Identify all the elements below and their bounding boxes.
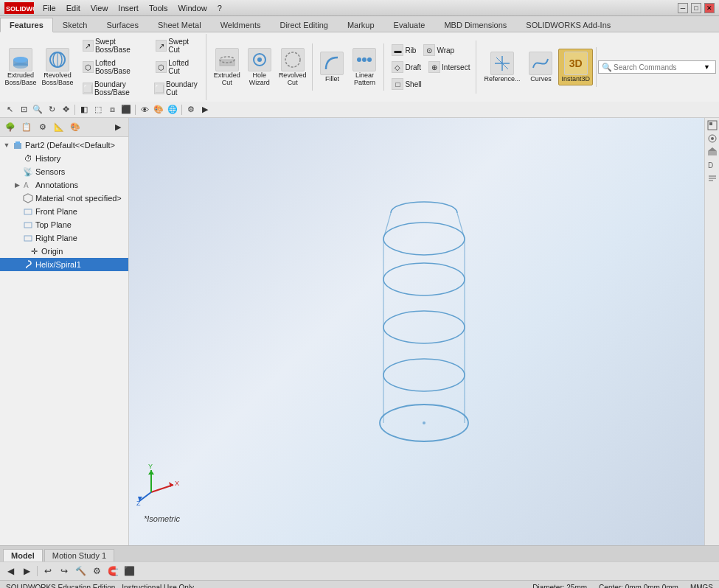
scenes[interactable]: 🌐 [166, 103, 179, 116]
tab-sheet-metal[interactable]: Sheet Metal [148, 17, 211, 32]
svg-line-36 [151, 485, 173, 492]
undo-button[interactable]: ↩ [41, 564, 55, 578]
custom-properties-button[interactable] [706, 172, 718, 184]
menu-help[interactable]: ? [213, 3, 226, 13]
forward-button[interactable]: ▶ [19, 564, 34, 578]
zoom-to-fit[interactable]: ⊡ [17, 103, 30, 116]
annotations-arrow: ▶ [13, 181, 21, 189]
decals-button[interactable]: D [706, 159, 718, 171]
3d-view-button[interactable]: ⬛ [122, 564, 136, 578]
search-dropdown-icon[interactable]: ▼ [704, 63, 710, 71]
hide-show[interactable]: 👁 [138, 103, 151, 116]
boundary-boss-button[interactable]: ⬜ Boundary Boss/Base [80, 78, 150, 99]
search-icon: 🔍 [602, 63, 612, 72]
menu-tools[interactable]: Tools [145, 3, 173, 13]
lofted-cut-button[interactable]: ⬡ Lofted Cut [153, 57, 202, 77]
curves-button[interactable]: Curves [524, 49, 557, 86]
svg-rect-46 [709, 122, 712, 125]
menu-file[interactable]: File [38, 3, 60, 13]
tree-item-helix[interactable]: ▶ Helix/Spiral1 [0, 258, 128, 271]
scene-button[interactable] [706, 146, 718, 158]
draft-button[interactable]: ◇Draft [389, 59, 424, 75]
search-input[interactable] [614, 63, 702, 71]
menu-edit[interactable]: Edit [62, 3, 85, 13]
menu-insert[interactable]: Insert [114, 3, 143, 13]
view-label: *Isometric [144, 514, 180, 523]
menu-window[interactable]: Window [174, 3, 212, 13]
snap-button[interactable]: 🧲 [105, 564, 120, 578]
viewport[interactable]: X Y Z *Isometric [129, 118, 719, 545]
tab-evaluate[interactable]: Evaluate [384, 17, 435, 32]
shell-button[interactable]: □Shell [389, 76, 424, 92]
rotate-view[interactable]: ↻ [45, 103, 58, 116]
3d-drawing-view[interactable]: ⬛ [119, 103, 133, 116]
redo-button[interactable]: ↪ [57, 564, 72, 578]
zoom-in[interactable]: 🔍 [31, 103, 44, 116]
tree-item-material[interactable]: ▶ Material <not specified> [0, 192, 128, 205]
close-button[interactable]: ✕ [704, 3, 715, 13]
svg-point-3 [13, 57, 28, 63]
rib-button[interactable]: ▬Rib [389, 42, 419, 58]
tree-sensors-label: Sensors [35, 167, 65, 176]
instant3d-button[interactable]: 3D Instant3D [558, 49, 593, 86]
tree-part-root[interactable]: ▼ Part2 (Default<<Default> [0, 139, 128, 152]
extruded-boss-button[interactable]: ExtrudedBoss/Base [3, 45, 38, 90]
hole-wizard-button[interactable]: HoleWizard [245, 45, 274, 90]
tab-model[interactable]: Model [3, 549, 43, 561]
display-manager-tab[interactable]: 🎨 [68, 120, 83, 135]
swept-cut-button[interactable]: ↗ Swept Cut [153, 35, 202, 56]
extruded-cut-button[interactable]: ExtrudedCut [211, 45, 243, 90]
intersect-button[interactable]: ⊕Intersect [426, 59, 473, 75]
pan-view[interactable]: ✥ [59, 103, 72, 116]
more-tools[interactable]: ▶ [198, 103, 212, 116]
display-style[interactable]: ◧ [77, 103, 91, 116]
tree-item-top-plane[interactable]: ▶ Top Plane [0, 218, 128, 231]
rebuild-button[interactable]: 🔨 [73, 564, 88, 578]
tab-addins[interactable]: SOLIDWORKS Add-Ins [516, 17, 620, 32]
tree-item-annotations[interactable]: ▶ A Annotations [0, 178, 128, 192]
tab-motion-study-1[interactable]: Motion Study 1 [44, 549, 114, 561]
view-palette-button[interactable] [706, 119, 718, 131]
select-tool[interactable]: ↖ [3, 103, 16, 116]
lofted-boss-button[interactable]: ⬡ Lofted Boss/Base [80, 57, 151, 77]
boundary-cut-button[interactable]: ⬜ Boundary Cut [151, 78, 203, 99]
instant3d-icon: 3D [564, 52, 588, 75]
tree-item-sensors[interactable]: ▶ 📡 Sensors [0, 165, 128, 178]
tree-item-origin[interactable]: ▶ ✛ Origin [0, 245, 128, 258]
revolved-boss-button[interactable]: RevolvedBoss/Base [40, 45, 75, 90]
tab-features[interactable]: Features [0, 18, 53, 32]
appearances[interactable]: 🎨 [152, 103, 165, 116]
tab-direct-editing[interactable]: Direct Editing [270, 17, 337, 32]
tree-item-front-plane[interactable]: ▶ Front Plane [0, 205, 128, 218]
maximize-button[interactable]: □ [691, 3, 701, 13]
minimize-button[interactable]: ─ [678, 3, 688, 13]
boundary-boss-icon: ⬜ [83, 83, 93, 94]
feature-manager-tab[interactable]: 🌳 [3, 120, 18, 135]
view-orientation[interactable]: ⬚ [91, 103, 105, 116]
reference-button[interactable]: Reference... [481, 49, 523, 86]
tree-item-history[interactable]: ▶ ⏱ History [0, 152, 128, 165]
tab-sketch[interactable]: Sketch [53, 17, 97, 32]
tab-mbd[interactable]: MBD Dimensions [434, 17, 516, 32]
configuration-manager-tab[interactable]: ⚙ [35, 120, 50, 135]
tab-surfaces[interactable]: Surfaces [97, 17, 148, 32]
revolved-cut-button[interactable]: RevolvedCut [276, 45, 310, 90]
tab-weldments[interactable]: Weldments [211, 17, 271, 32]
wrap-button[interactable]: ⊙Wrap [420, 42, 457, 58]
menu-view[interactable]: View [86, 3, 113, 13]
back-button[interactable]: ◀ [3, 564, 18, 578]
fillet-button[interactable]: Fillet [317, 49, 347, 86]
linear-pattern-button[interactable]: LinearPattern [348, 45, 381, 90]
dim-expert-tab[interactable]: 📐 [52, 120, 66, 135]
panel-expand[interactable]: ▶ [111, 120, 125, 135]
tab-markup[interactable]: Markup [338, 17, 384, 32]
appearances-panel-button[interactable] [706, 133, 718, 144]
view-settings[interactable]: ⚙ [184, 103, 198, 116]
property-manager-tab[interactable]: 📋 [19, 120, 34, 135]
search-bar[interactable]: 🔍 ▼ [598, 60, 716, 74]
section-view[interactable]: ⧈ [105, 103, 119, 116]
options-button[interactable]: ⚙ [89, 564, 104, 578]
tree-item-right-plane[interactable]: ▶ Right Plane [0, 231, 128, 245]
tree-history-label: History [35, 154, 60, 163]
swept-boss-button[interactable]: ↗ Swept Boss/Base [80, 35, 151, 56]
